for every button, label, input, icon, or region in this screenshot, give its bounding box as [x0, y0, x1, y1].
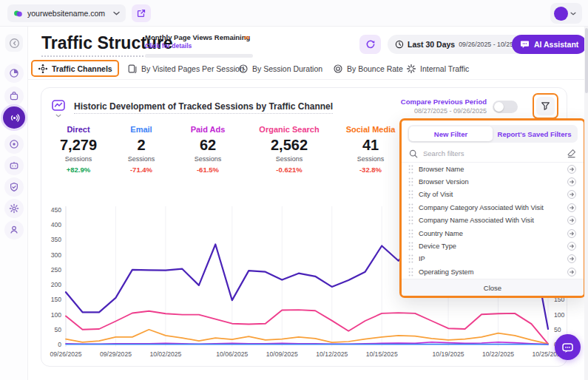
filter-item-label: Browser Name: [419, 166, 561, 173]
sidebar-collapse-button[interactable]: [5, 34, 23, 52]
filter-item-company-name-associated-with-visit[interactable]: Company Name Associated With Visit: [402, 214, 584, 227]
arrow-right-circle-icon[interactable]: [567, 267, 577, 277]
website-name: yourwebsitename.com: [27, 9, 109, 18]
user-menu[interactable]: [550, 3, 582, 24]
y-axis-label: 300: [51, 251, 62, 259]
tab-traffic-channels[interactable]: Traffic Channels: [31, 60, 119, 77]
arrow-right-circle-icon[interactable]: [567, 228, 577, 239]
ai-assistant-button[interactable]: AI Assistant: [512, 35, 587, 54]
y-axis-label: 0: [58, 341, 61, 348]
close-panel-button[interactable]: Close: [402, 279, 584, 296]
y-axis-label: 350: [51, 236, 62, 243]
y-axis-label-right: 100: [554, 311, 565, 319]
refresh-button[interactable]: [359, 35, 381, 54]
sidebar-item-traffic[interactable]: [3, 106, 25, 129]
radar-icon: [9, 112, 20, 123]
filter-item-browser-name[interactable]: Browser Name: [402, 163, 584, 175]
tab-by-visited-pages-per-session[interactable]: By Visited Pages Per Session: [127, 60, 244, 77]
chat-bot-icon: [561, 342, 574, 353]
filter-item-label: Company Category Associated With Visit: [419, 204, 561, 211]
drag-handle-icon[interactable]: [408, 254, 413, 263]
filter-item-label: IP: [419, 255, 561, 262]
chat-icon: [520, 40, 530, 49]
filter-item-city-of-visit[interactable]: City of Visit: [402, 189, 584, 201]
filter-item-device-type[interactable]: Device Type: [402, 240, 584, 252]
x-axis-label: 10/19/2025: [433, 350, 464, 358]
chevron-down-icon: [570, 12, 576, 16]
filter-item-label: Browser Version: [419, 178, 561, 186]
tab-new-filter[interactable]: New Filter: [409, 126, 493, 141]
sidebar-item-assistant[interactable]: [4, 156, 24, 175]
pie-icon: [9, 68, 19, 78]
x-axis-label: 10/12/2025: [316, 350, 348, 358]
bounce-icon: [333, 64, 343, 74]
tab-saved-filters[interactable]: Report's Saved Filters: [493, 126, 576, 141]
drag-handle-icon[interactable]: [408, 165, 413, 174]
support-chat-button[interactable]: [555, 334, 581, 360]
arrow-right-circle-icon[interactable]: [567, 177, 577, 187]
duration-icon: [238, 64, 249, 74]
drag-handle-icon[interactable]: [408, 242, 413, 251]
drag-handle-icon[interactable]: [408, 177, 413, 186]
hub-icon: [38, 64, 48, 74]
filter-item-ip[interactable]: IP: [402, 253, 584, 265]
sidebar-item-analytics[interactable]: [4, 64, 24, 83]
sidebar-item-privacy[interactable]: [4, 177, 24, 197]
top-bar: yourwebsitename.com: [0, 0, 588, 27]
robot-icon: [9, 160, 19, 171]
drag-handle-icon[interactable]: [408, 190, 413, 199]
scrollbar-thumb[interactable]: [585, 28, 588, 93]
sidebar-nav: [0, 27, 28, 380]
x-axis-label: 10/06/2025: [216, 350, 248, 358]
sidebar-item-settings[interactable]: [4, 199, 24, 218]
filter-panel-tabs: New Filter Report's Saved Filters: [408, 125, 578, 143]
bag-icon: [9, 91, 19, 101]
filter-item-country-name[interactable]: Country Name: [402, 227, 584, 240]
sidebar-item-visitors[interactable]: [4, 220, 24, 240]
y-axis-label: 50: [54, 326, 61, 333]
tab-internal-traffic[interactable]: Internal Traffic: [406, 60, 469, 77]
tab-by-session-duration[interactable]: By Session Duration: [238, 60, 322, 77]
sidebar-item-goals[interactable]: [4, 135, 24, 154]
filter-item-browser-version[interactable]: Browser Version: [402, 175, 584, 188]
filter-item-label: Operating System: [419, 268, 561, 276]
open-website-button[interactable]: [132, 4, 151, 22]
pageviews-quota: Monthly Page Views Remaining Click for d…: [145, 33, 256, 58]
report-tabs: Traffic ChannelsBy Visited Pages Per Ses…: [28, 58, 588, 80]
drag-handle-icon[interactable]: [408, 229, 413, 238]
traffic-structure-page: yourwebsitename.com Traffic Structure: [0, 0, 588, 380]
filter-item-label: Device Type: [419, 242, 561, 250]
search-filters-input[interactable]: [423, 149, 561, 157]
page-scrollbar: [584, 27, 588, 380]
arrow-right-circle-icon[interactable]: [567, 254, 577, 264]
x-axis-label: 10/15/2025: [366, 350, 398, 358]
search-icon: [409, 149, 418, 158]
tab-label: Internal Traffic: [420, 64, 469, 73]
quota-details-link[interactable]: Click for details: [145, 42, 256, 50]
drag-handle-icon[interactable]: [408, 216, 413, 225]
drag-handle-icon[interactable]: [408, 203, 413, 212]
arrow-right-circle-icon[interactable]: [567, 203, 577, 213]
series-social-media: [66, 330, 548, 344]
series-organic-search: [66, 310, 548, 344]
eraser-icon[interactable]: [567, 149, 576, 158]
sidebar-item-products[interactable]: [4, 86, 24, 106]
arrow-right-circle-icon[interactable]: [567, 189, 577, 200]
avatar: [554, 7, 568, 21]
tab-label: By Visited Pages Per Session: [141, 64, 244, 73]
drag-handle-icon[interactable]: [408, 268, 413, 276]
infinity-icon: ∞: [244, 33, 250, 41]
filter-item-company-category-associated-with-visit[interactable]: Company Category Associated With Visit: [402, 201, 584, 214]
filter-item-label: Company Name Associated With Visit: [419, 217, 561, 224]
gear-icon: [9, 203, 19, 214]
website-selector[interactable]: yourwebsitename.com: [7, 4, 126, 22]
arrow-right-circle-icon[interactable]: [567, 164, 577, 174]
filter-item-operating-system[interactable]: Operating System: [402, 265, 584, 278]
arrow-right-circle-icon[interactable]: [567, 215, 577, 225]
y-axis-label: 250: [51, 266, 62, 274]
arrow-right-circle-icon[interactable]: [567, 241, 577, 251]
x-axis-label: 10/02/2025: [149, 350, 181, 358]
filter-item-label: City of Visit: [419, 191, 561, 198]
y-axis-label: 100: [51, 311, 62, 319]
tab-by-bounce-rate[interactable]: By Bounce Rate: [333, 60, 403, 77]
